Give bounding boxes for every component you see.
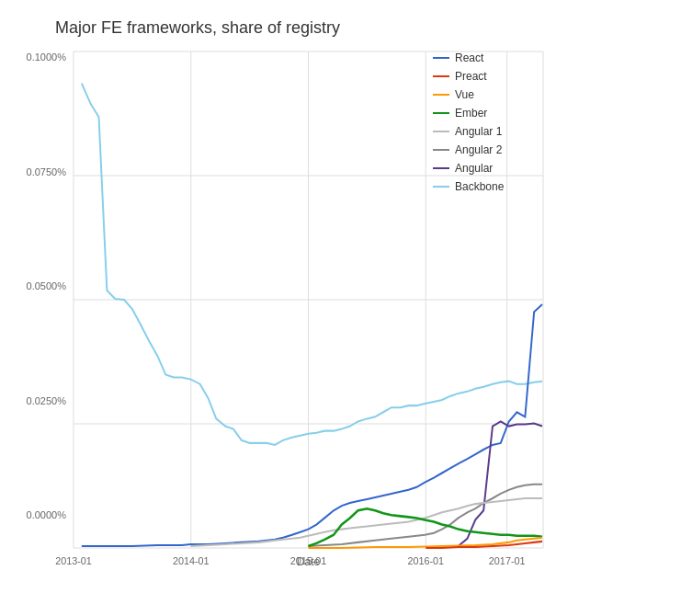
legend-label-angular2: Angular 2 — [455, 143, 502, 156]
angular1-line — [191, 498, 542, 546]
legend-label-ember: Ember — [455, 107, 487, 120]
legend-item-ember: Ember — [433, 107, 543, 120]
svg-text:2014-01: 2014-01 — [173, 555, 210, 566]
chart-area: 0.1000% 0.0750% 0.0500% 0.0250% 0.0000% — [18, 51, 663, 548]
y-label-4: 0.1000% — [27, 51, 66, 63]
y-label-0: 0.0000% — [27, 509, 66, 520]
legend-item-angular2: Angular 2 — [433, 143, 543, 156]
y-label-2: 0.0500% — [27, 280, 66, 291]
y-label-1: 0.0250% — [27, 395, 66, 406]
legend-line-ember — [433, 112, 449, 114]
legend-line-angular — [433, 167, 449, 169]
chart-inner: 2013-01 2014-01 2015-01 2016-01 2017-01 — [74, 51, 543, 548]
legend-line-react — [433, 57, 449, 59]
legend-item-preact: Preact — [433, 70, 543, 83]
legend-line-preact — [433, 75, 449, 77]
legend-item-angular1: Angular 1 — [433, 125, 543, 138]
legend-label-vue: Vue — [455, 88, 474, 101]
chart-container: Major FE frameworks, share of registry 0… — [0, 0, 681, 616]
legend-line-angular2 — [433, 149, 449, 151]
chart-title: Major FE frameworks, share of registry — [18, 18, 663, 38]
y-axis: 0.1000% 0.0750% 0.0500% 0.0250% 0.0000% — [18, 51, 74, 548]
svg-text:2013-01: 2013-01 — [55, 555, 92, 566]
legend-label-angular1: Angular 1 — [455, 125, 502, 138]
legend-label-angular: Angular — [455, 162, 493, 175]
x-axis-label: Date — [74, 555, 543, 568]
legend-label-backbone: Backbone — [455, 180, 504, 193]
legend-line-angular1 — [433, 131, 449, 132]
legend-label-preact: Preact — [455, 70, 487, 83]
svg-text:2017-01: 2017-01 — [489, 555, 526, 566]
legend-line-vue — [433, 94, 449, 96]
legend: React Preact Vue Ember Angular 1 — [433, 51, 543, 199]
y-label-3: 0.0750% — [27, 166, 66, 177]
legend-item-angular: Angular — [433, 162, 543, 175]
legend-label-react: React — [455, 51, 483, 64]
legend-line-backbone — [433, 186, 449, 188]
legend-item-backbone: Backbone — [433, 180, 543, 193]
legend-item-vue: Vue — [433, 88, 543, 101]
legend-item-react: React — [433, 51, 543, 64]
svg-text:2016-01: 2016-01 — [407, 555, 444, 566]
